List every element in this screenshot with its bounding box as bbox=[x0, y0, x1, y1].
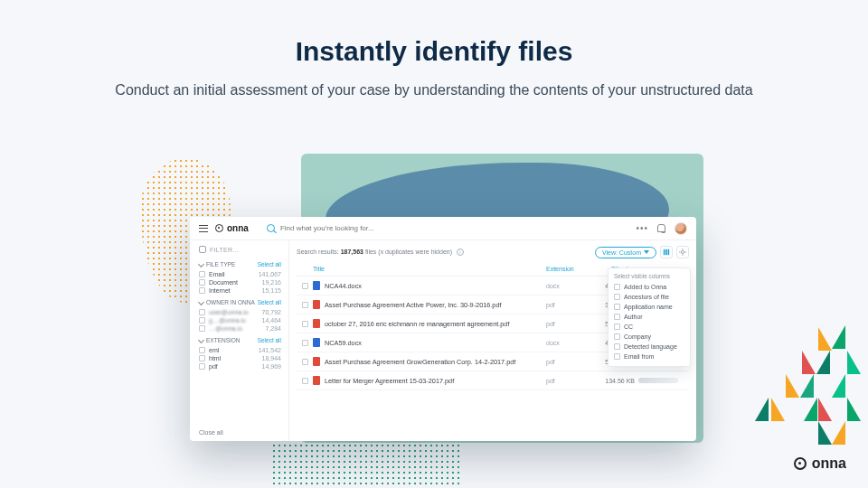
file-ext: pdf bbox=[546, 378, 593, 384]
avatar[interactable] bbox=[675, 222, 687, 235]
column-option-label: Detected language bbox=[624, 343, 677, 350]
select-all-link[interactable]: Select all bbox=[258, 337, 281, 343]
facet-title[interactable]: EXTENSION bbox=[199, 337, 241, 343]
checkbox[interactable] bbox=[614, 284, 620, 290]
chevron-down-icon bbox=[198, 299, 204, 305]
file-docx-icon bbox=[313, 281, 320, 290]
decoration-triangle bbox=[832, 325, 845, 349]
checkbox[interactable] bbox=[199, 363, 205, 370]
facet-item[interactable]: user@onna.io70,792 bbox=[199, 308, 281, 316]
decoration-triangle bbox=[818, 398, 832, 421]
file-pdf-icon bbox=[313, 319, 320, 328]
more-icon[interactable]: ••• bbox=[636, 223, 648, 233]
checkbox[interactable] bbox=[302, 340, 308, 346]
checkbox[interactable] bbox=[199, 325, 205, 332]
column-option[interactable]: Added to Onna bbox=[614, 282, 684, 292]
facet-title[interactable]: FILE TYPE bbox=[199, 261, 235, 267]
file-ext: pdf bbox=[546, 359, 593, 365]
column-option-label: Ancestors of file bbox=[624, 294, 669, 300]
file-pdf-icon bbox=[313, 300, 320, 309]
facet-item[interactable]: Document19,216 bbox=[199, 278, 281, 286]
brand-logo: onna bbox=[215, 223, 249, 233]
file-name: Letter for Merger Agreement 15-03-2017.p… bbox=[325, 377, 454, 385]
results-count: Search results: 187,563 files (x duplica… bbox=[297, 249, 464, 256]
facet-extension: EXTENSION Select all eml141,542 html18,9… bbox=[199, 337, 281, 371]
filter-sidebar: FILTER... FILE TYPE Select all Email141,… bbox=[190, 240, 289, 441]
checkbox[interactable] bbox=[614, 304, 620, 310]
checkbox[interactable] bbox=[614, 294, 620, 300]
app-window: onna ••• FILTER... FILE TYPE bbox=[190, 217, 696, 441]
file-pdf-icon bbox=[313, 357, 320, 366]
facet-item[interactable]: pdf14,969 bbox=[199, 362, 281, 371]
col-title[interactable]: Title bbox=[313, 266, 546, 272]
brand-text: onna bbox=[812, 455, 846, 472]
marketing-subhead: Conduct an initial assessment of your ca… bbox=[0, 80, 868, 100]
facet-item[interactable]: g…@onna.io14,464 bbox=[199, 316, 281, 324]
search-field[interactable] bbox=[267, 224, 627, 232]
svg-rect-0 bbox=[664, 249, 665, 255]
menu-icon[interactable] bbox=[199, 225, 208, 232]
col-extension[interactable]: Extension bbox=[546, 266, 593, 272]
facet-item[interactable]: Internet15,115 bbox=[199, 286, 281, 295]
facet-item[interactable]: eml141,542 bbox=[199, 346, 281, 354]
facet-item[interactable]: html18,944 bbox=[199, 354, 281, 362]
info-icon[interactable]: i bbox=[457, 249, 464, 256]
svg-rect-2 bbox=[668, 249, 670, 255]
select-all-link[interactable]: Select all bbox=[258, 261, 281, 267]
table-row[interactable]: Letter for Merger Agreement 15-03-2017.p… bbox=[297, 371, 689, 390]
checkbox[interactable] bbox=[614, 343, 620, 350]
file-docx-icon bbox=[313, 338, 320, 347]
checkbox[interactable] bbox=[199, 271, 205, 277]
facet-item[interactable]: Email141,067 bbox=[199, 270, 281, 278]
view-selector[interactable]: View: Custom bbox=[595, 247, 656, 258]
decoration-triangle bbox=[847, 398, 861, 421]
redacted-value bbox=[638, 378, 678, 383]
column-option[interactable]: CC bbox=[614, 322, 684, 332]
facet-title[interactable]: OWNER IN ONNA bbox=[199, 299, 255, 305]
checkbox[interactable] bbox=[302, 321, 308, 327]
column-option-label: Added to Onna bbox=[624, 284, 666, 290]
columns-icon[interactable] bbox=[660, 246, 673, 258]
column-option[interactable]: Author bbox=[614, 312, 684, 322]
checkbox[interactable] bbox=[614, 333, 620, 340]
checkbox[interactable] bbox=[614, 324, 620, 330]
facet-item[interactable]: …@onna.io7,284 bbox=[199, 324, 281, 333]
checkbox[interactable] bbox=[199, 317, 205, 324]
select-all-link[interactable]: Select all bbox=[258, 299, 281, 305]
file-pdf-icon bbox=[313, 376, 320, 385]
bell-icon[interactable] bbox=[657, 224, 665, 232]
column-option[interactable]: Application name bbox=[614, 302, 684, 312]
filter-heading[interactable]: FILTER... bbox=[199, 246, 281, 253]
column-option[interactable]: Email from bbox=[614, 352, 684, 361]
file-ext: docx bbox=[546, 340, 593, 346]
checkbox[interactable] bbox=[199, 279, 205, 286]
filter-label: FILTER... bbox=[210, 247, 239, 253]
close-all-link[interactable]: Close all bbox=[199, 429, 281, 436]
checkbox[interactable] bbox=[199, 347, 205, 353]
search-input[interactable] bbox=[280, 224, 461, 232]
checkbox[interactable] bbox=[199, 287, 205, 294]
checkbox[interactable] bbox=[302, 378, 308, 384]
decoration-triangle bbox=[818, 327, 832, 351]
file-ext: docx bbox=[546, 283, 593, 289]
checkbox[interactable] bbox=[614, 353, 620, 360]
column-option[interactable]: Ancestors of file bbox=[614, 292, 684, 302]
checkbox[interactable] bbox=[614, 314, 620, 320]
column-option-label: CC bbox=[624, 324, 633, 330]
column-option[interactable]: Detected language bbox=[614, 342, 684, 352]
column-option-label: Application name bbox=[624, 304, 673, 310]
decoration-triangle bbox=[832, 421, 845, 445]
checkbox[interactable] bbox=[302, 359, 308, 365]
columns-popup: Select visible columns Added to OnnaAnce… bbox=[608, 267, 691, 367]
file-name: october 27, 2016 eric eichmann re manage… bbox=[325, 320, 509, 328]
logo-mark-icon bbox=[215, 224, 223, 232]
settings-icon[interactable] bbox=[676, 246, 689, 258]
checkbox[interactable] bbox=[199, 309, 205, 315]
file-ext: pdf bbox=[546, 321, 593, 327]
checkbox[interactable] bbox=[302, 283, 308, 289]
file-name: Asset Purchase Agreement GrowGeneration … bbox=[325, 358, 515, 366]
checkbox[interactable] bbox=[302, 302, 308, 308]
checkbox[interactable] bbox=[199, 355, 205, 361]
column-option-label: Email from bbox=[624, 353, 654, 360]
column-option[interactable]: Company bbox=[614, 332, 684, 342]
